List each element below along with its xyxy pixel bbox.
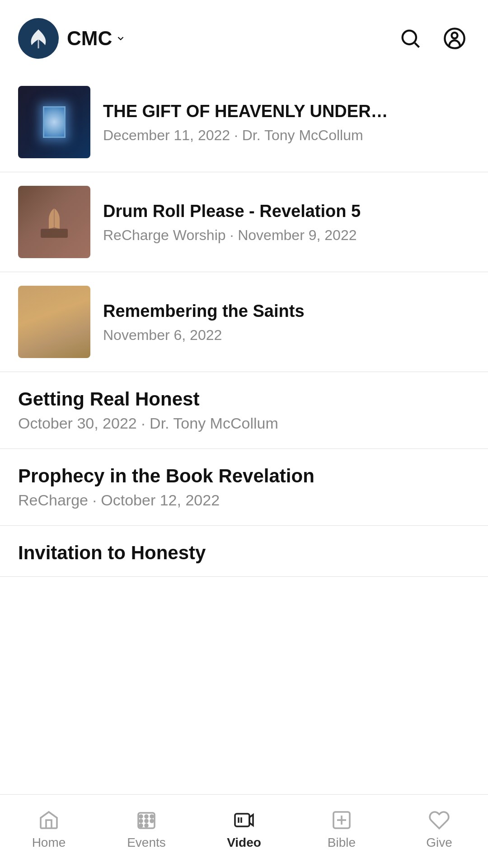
svg-point-3 [452,33,458,38]
app-header: CMC [0,0,488,72]
nav-home-label: Home [32,835,66,850]
profile-button[interactable] [439,23,470,54]
nav-bible-label: Bible [328,835,356,850]
bible-icon [330,808,353,832]
list-item[interactable]: Drum Roll Please - Revelation 5 ReCharge… [0,172,488,272]
item-meta: November 6, 2022 [103,327,470,344]
svg-point-7 [150,815,153,818]
item-title: Prophecy in the Book Revelation [18,465,470,487]
item-meta: December 11, 2022 · Dr. Tony McCollum [103,127,470,144]
item-info: THE GIFT OF HEAVENLY UNDER… December 11,… [103,100,470,144]
item-title: Drum Roll Please - Revelation 5 [103,200,470,222]
item-thumbnail [18,186,90,258]
item-meta: ReCharge · October 12, 2022 [18,491,470,509]
svg-rect-4 [41,229,68,238]
item-thumbnail [18,286,90,358]
item-title: Remembering the Saints [103,300,470,322]
video-icon [232,808,256,832]
svg-point-0 [403,31,416,44]
nav-video-label: Video [227,835,261,850]
svg-point-10 [150,820,153,822]
svg-point-8 [140,820,142,822]
item-meta: ReCharge Worship · November 9, 2022 [103,227,470,244]
home-icon [37,808,61,832]
nav-bible[interactable]: Bible [293,804,390,854]
svg-point-12 [145,824,148,827]
list-item[interactable]: Getting Real Honest October 30, 2022 · D… [0,372,488,449]
nav-give-label: Give [426,835,452,850]
list-item[interactable]: Remembering the Saints November 6, 2022 [0,272,488,372]
svg-point-5 [140,815,142,818]
svg-point-9 [145,820,148,822]
list-item[interactable]: Invitation to Honesty [0,526,488,577]
video-list: THE GIFT OF HEAVENLY UNDER… December 11,… [0,72,488,577]
app-logo[interactable] [18,18,59,59]
nav-video[interactable]: Video [195,804,293,854]
svg-rect-14 [235,814,249,826]
svg-point-11 [140,824,142,827]
nav-home[interactable]: Home [0,804,98,854]
list-item[interactable]: Prophecy in the Book Revelation ReCharge… [0,449,488,526]
header-left: CMC [18,18,126,59]
give-icon [427,808,451,832]
item-title: Invitation to Honesty [18,542,470,564]
nav-events-label: Events [127,835,166,850]
events-icon [135,808,158,832]
search-icon [399,27,422,50]
search-button[interactable] [395,23,426,54]
item-title: Getting Real Honest [18,388,470,410]
item-meta: October 30, 2022 · Dr. Tony McCollum [18,415,470,432]
header-icons [395,23,470,54]
item-title: THE GIFT OF HEAVENLY UNDER… [103,100,470,123]
svg-line-1 [415,43,419,47]
nav-events[interactable]: Events [98,804,195,854]
item-info: Remembering the Saints November 6, 2022 [103,300,470,344]
nav-give[interactable]: Give [390,804,488,854]
item-thumbnail [18,86,90,158]
org-dropdown-button[interactable]: CMC [67,27,126,50]
list-item[interactable]: THE GIFT OF HEAVENLY UNDER… December 11,… [0,72,488,172]
hands-svg [32,204,77,240]
item-info: Drum Roll Please - Revelation 5 ReCharge… [103,200,470,244]
svg-point-6 [145,815,148,818]
chevron-down-icon [116,33,126,43]
org-name: CMC [67,27,112,50]
bottom-navigation: Home Events V [0,794,488,868]
profile-icon [443,27,466,50]
